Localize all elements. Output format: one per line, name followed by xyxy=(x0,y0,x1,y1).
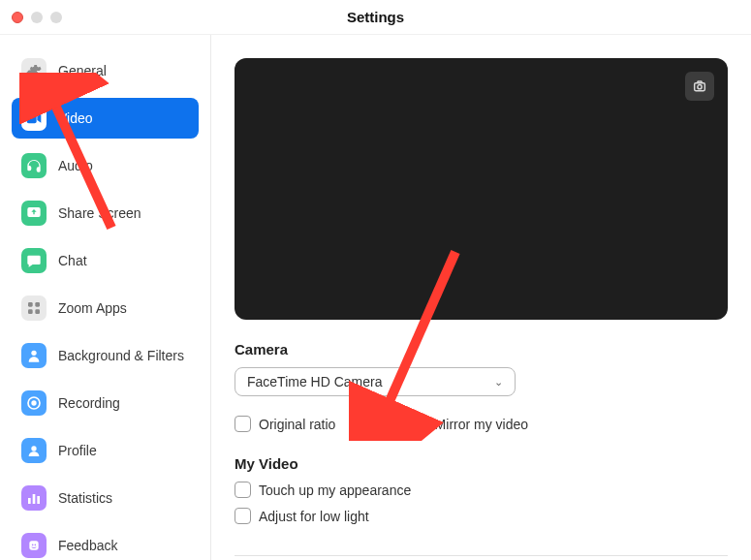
sidebar-item-label: General xyxy=(58,63,107,78)
page-title: Settings xyxy=(347,9,404,25)
original-ratio-checkbox[interactable] xyxy=(235,416,251,432)
camera-options-row: Original ratio ✓ HD ✓ Mirror my video xyxy=(235,416,728,432)
gear-icon xyxy=(21,58,47,83)
sidebar-item-profile[interactable]: Profile xyxy=(12,430,199,471)
original-ratio-option: Original ratio xyxy=(235,416,335,432)
window-controls xyxy=(12,12,62,23)
titlebar: Settings xyxy=(0,0,751,35)
sidebar-item-label: Zoom Apps xyxy=(58,300,127,316)
sidebar-item-label: Chat xyxy=(58,253,87,268)
sidebar-item-label: Feedback xyxy=(58,538,117,553)
hd-checkbox[interactable]: ✓ xyxy=(351,416,367,432)
my-video-section-label: My Video xyxy=(235,455,728,472)
sidebar-item-audio[interactable]: Audio xyxy=(12,145,199,186)
sidebar-item-label: Recording xyxy=(58,395,120,411)
svg-point-14 xyxy=(32,544,34,545)
sidebar-item-label: Video xyxy=(58,110,93,126)
sidebar-item-label: Audio xyxy=(58,158,93,173)
sidebar-item-chat[interactable]: Chat xyxy=(12,240,199,281)
svg-rect-0 xyxy=(27,113,37,124)
camera-section-label: Camera xyxy=(235,341,728,358)
zoom-window-button[interactable] xyxy=(50,12,62,23)
profile-icon xyxy=(21,438,47,463)
video-icon xyxy=(21,106,47,131)
sidebar-item-zoom-apps[interactable]: Zoom Apps xyxy=(12,288,199,328)
svg-rect-4 xyxy=(28,309,33,314)
svg-rect-13 xyxy=(29,541,38,549)
svg-rect-2 xyxy=(28,302,33,307)
low-light-label: Adjust for low light xyxy=(259,509,369,524)
svg-point-24 xyxy=(698,85,702,89)
sidebar-item-feedback[interactable]: Feedback xyxy=(12,525,199,560)
layout: General Video Audio Share Screen Chat xyxy=(0,35,751,560)
sidebar-item-statistics[interactable]: Statistics xyxy=(12,478,199,518)
rotate-camera-button[interactable] xyxy=(685,72,714,101)
my-video-options: Touch up my appearance Adjust for low li… xyxy=(235,482,728,534)
main-content: Camera FaceTime HD Camera ⌄ Original rat… xyxy=(211,35,751,560)
svg-point-8 xyxy=(31,400,36,405)
mirror-label: Mirror my video xyxy=(435,417,528,432)
touch-up-label: Touch up my appearance xyxy=(259,482,411,498)
sidebar-item-label: Statistics xyxy=(58,490,112,506)
mirror-checkbox[interactable]: ✓ xyxy=(411,416,427,432)
minimize-window-button[interactable] xyxy=(31,12,43,23)
svg-rect-10 xyxy=(28,498,31,504)
sidebar-item-label: Profile xyxy=(58,443,97,458)
low-light-option: Adjust for low light xyxy=(235,508,728,524)
hd-label: HD xyxy=(375,417,394,432)
original-ratio-label: Original ratio xyxy=(259,417,335,432)
sidebar-item-recording[interactable]: Recording xyxy=(12,383,199,423)
headphones-icon xyxy=(21,153,47,178)
sidebar: General Video Audio Share Screen Chat xyxy=(0,35,211,560)
video-preview xyxy=(235,58,728,320)
stats-icon xyxy=(21,485,47,511)
svg-rect-3 xyxy=(35,302,40,307)
sidebar-item-video[interactable]: Video xyxy=(12,98,199,139)
share-screen-icon xyxy=(21,201,47,226)
svg-point-15 xyxy=(34,544,36,545)
chat-icon xyxy=(21,248,47,273)
divider xyxy=(235,555,728,556)
sidebar-item-label: Background & Filters xyxy=(58,348,184,363)
svg-point-9 xyxy=(31,446,36,451)
touch-up-checkbox[interactable] xyxy=(235,482,251,498)
close-window-button[interactable] xyxy=(12,12,23,23)
apps-icon xyxy=(21,296,47,321)
chevron-down-icon: ⌄ xyxy=(494,376,503,389)
low-light-checkbox[interactable] xyxy=(235,508,251,524)
svg-rect-5 xyxy=(35,309,40,314)
mirror-option: ✓ Mirror my video xyxy=(411,416,528,432)
hd-option: ✓ HD xyxy=(351,416,394,432)
person-icon xyxy=(21,343,47,368)
camera-select[interactable]: FaceTime HD Camera ⌄ xyxy=(235,367,516,396)
touch-up-option: Touch up my appearance xyxy=(235,482,728,498)
svg-rect-12 xyxy=(37,496,40,504)
sidebar-item-share-screen[interactable]: Share Screen xyxy=(12,193,199,233)
sidebar-item-label: Share Screen xyxy=(58,205,141,221)
camera-selected-value: FaceTime HD Camera xyxy=(247,374,383,389)
svg-rect-11 xyxy=(33,494,36,504)
feedback-icon xyxy=(21,533,47,558)
sidebar-item-background-filters[interactable]: Background & Filters xyxy=(12,335,199,376)
sidebar-item-general[interactable]: General xyxy=(12,50,199,91)
svg-point-6 xyxy=(31,351,36,356)
record-icon xyxy=(21,390,47,416)
